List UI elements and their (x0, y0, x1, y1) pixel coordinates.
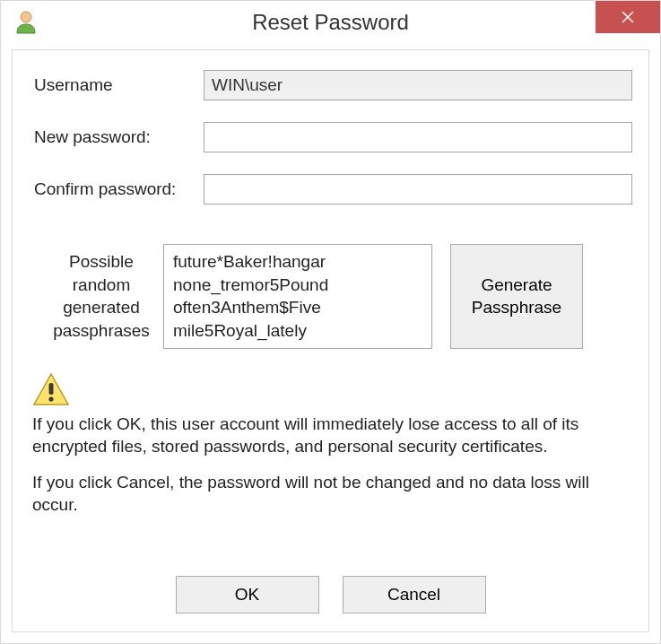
confirm-password-field[interactable] (204, 174, 632, 205)
passphrase-item: often3Anthem$Five (173, 296, 422, 319)
titlebar: Reset Password (1, 1, 660, 44)
passphrase-row: Possible random generated passphrases fu… (29, 244, 632, 349)
passphrase-item: mile5Royal_lately (173, 319, 422, 343)
dialog-buttons: OK Cancel (29, 576, 632, 615)
cancel-button[interactable]: Cancel (343, 576, 486, 614)
confirm-password-label: Confirm password: (29, 179, 204, 199)
username-row: Username (29, 70, 632, 100)
warning-area: If you click OK, this user account will … (29, 372, 632, 530)
new-password-field[interactable] (204, 122, 632, 152)
window-title: Reset Password (1, 10, 660, 35)
username-field (204, 70, 632, 100)
passphrase-label: Possible random generated passphrases (47, 244, 163, 349)
svg-point-0 (21, 12, 31, 22)
new-password-label: New password: (29, 127, 204, 147)
new-password-row: New password: (29, 122, 632, 152)
confirm-password-row: Confirm password: (29, 174, 632, 205)
passphrase-item: none_tremor5Pound (173, 274, 422, 297)
username-label: Username (29, 75, 204, 95)
ok-warning-text: If you click OK, this user account will … (29, 413, 632, 458)
reset-password-dialog: Reset Password Username New password: Co… (0, 0, 661, 644)
warning-icon (32, 372, 632, 411)
generate-passphrase-button[interactable]: Generate Passphrase (450, 244, 583, 349)
passphrase-list: future*Baker!hangar none_tremor5Pound of… (163, 244, 432, 349)
close-icon (622, 11, 634, 23)
ok-button[interactable]: OK (176, 576, 319, 614)
user-icon (13, 10, 39, 35)
cancel-warning-text: If you click Cancel, the password will n… (29, 471, 632, 517)
dialog-content: Username New password: Confirm password:… (12, 49, 649, 632)
passphrase-item: future*Baker!hangar (173, 250, 422, 274)
close-button[interactable] (596, 1, 660, 33)
svg-rect-3 (49, 383, 54, 395)
svg-point-4 (48, 396, 53, 401)
